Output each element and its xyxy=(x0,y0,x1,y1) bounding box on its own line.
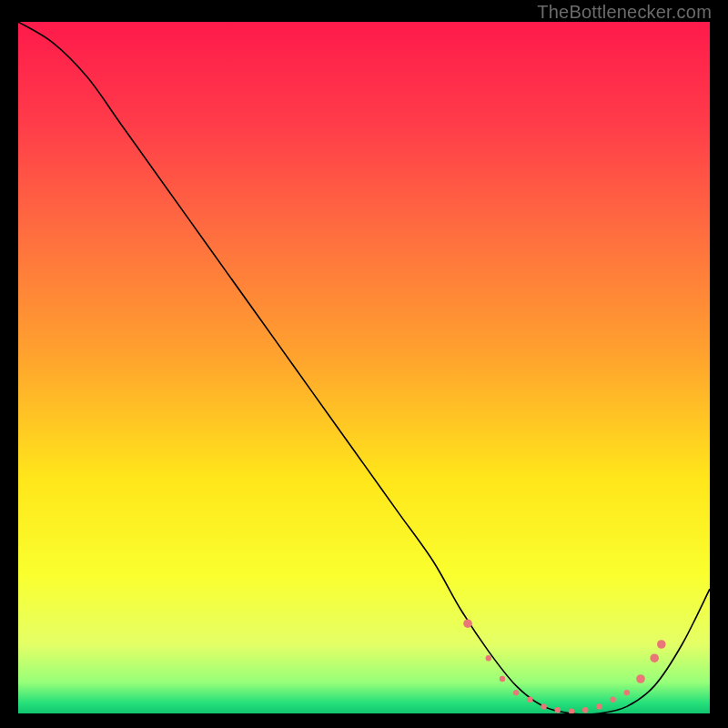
bottleneck-chart xyxy=(18,22,710,713)
plot-area xyxy=(18,22,710,713)
highlight-dot xyxy=(636,674,645,683)
highlight-dot xyxy=(624,690,630,695)
highlight-dot xyxy=(582,707,588,713)
highlight-dot xyxy=(463,619,472,628)
highlight-dot xyxy=(657,640,666,649)
highlight-dot xyxy=(596,703,602,709)
highlight-dot xyxy=(610,697,615,703)
highlight-dot xyxy=(513,690,519,695)
highlight-dot xyxy=(486,655,491,661)
highlight-dot xyxy=(500,676,505,682)
attribution-label: TheBottlenecker.com xyxy=(537,2,712,23)
highlight-dot xyxy=(555,707,561,713)
highlight-dot xyxy=(541,703,546,709)
highlight-dot xyxy=(650,653,659,662)
chart-frame: TheBottlenecker.com xyxy=(0,0,728,728)
highlight-dot xyxy=(527,697,532,703)
